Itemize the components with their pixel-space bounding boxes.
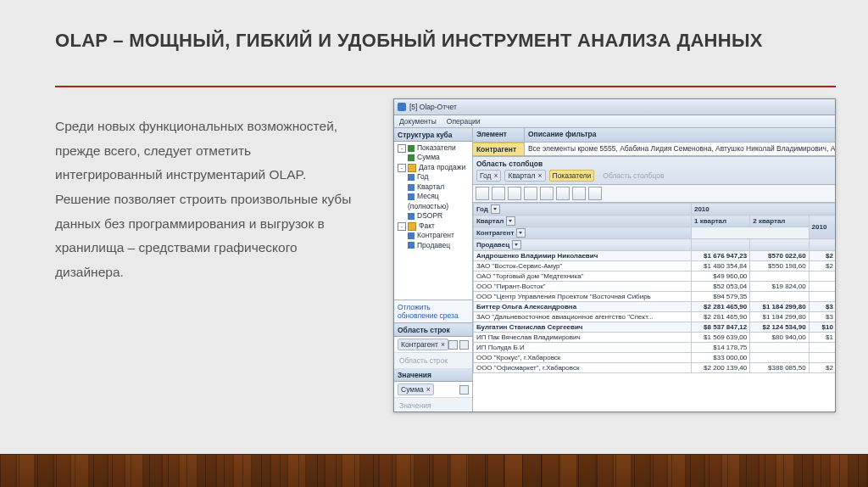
cell-2010: $64 000,00 — [809, 353, 836, 363]
cell-q2: $80 940,00 — [750, 333, 809, 343]
cell-q1: $1 480 354,84 — [691, 261, 749, 271]
collapse-icon[interactable]: - — [398, 144, 406, 153]
menu-documents[interactable]: Документы — [399, 117, 437, 126]
dropdown-icon[interactable] — [506, 216, 515, 226]
cell-q2 — [750, 353, 809, 363]
cell-q2: $19 824,00 — [750, 282, 809, 292]
title-rule — [55, 86, 836, 87]
remove-icon[interactable]: × — [538, 171, 542, 180]
cell-q1: $2 281 465,90 — [691, 312, 749, 322]
cell-q2 — [750, 271, 809, 282]
cell-q1: $94 579,35 — [691, 292, 749, 302]
hdr-seller[interactable]: Продавец — [473, 239, 691, 251]
dim-icon — [408, 174, 415, 181]
cell-2010: $14 178,75 — [809, 343, 836, 353]
grid-toolbar — [473, 185, 836, 203]
cell-name: Булгатин Станислав Сергеевич — [473, 322, 691, 333]
values-area-item[interactable]: Сумма× — [394, 382, 472, 398]
cell-q1: $8 537 847,12 — [691, 322, 749, 333]
hdr-kontragent[interactable]: Контрагент — [473, 227, 691, 239]
table-row[interactable]: ЗАО "Дальневосточное авиационное агентст… — [473, 312, 836, 322]
sort-icon[interactable] — [448, 340, 458, 350]
table-row[interactable]: ООО "Крокус", г.Хабаровск$33 000,00$64 0… — [473, 353, 836, 363]
tb-btn[interactable] — [492, 187, 505, 200]
col-chip-year[interactable]: Год× — [476, 170, 502, 182]
table-row[interactable]: Андрошенко Владимир Николаевич$1 676 947… — [473, 251, 836, 261]
cell-q1: $14 178,75 — [691, 343, 749, 353]
tb-btn[interactable] — [476, 187, 489, 200]
right-pane: Элемент Описание фильтра Контрагент Все … — [473, 128, 836, 412]
col-chip-measures[interactable]: Показатели — [549, 170, 595, 182]
dim-icon — [408, 193, 415, 200]
floor-texture — [0, 454, 868, 487]
hdr-q2[interactable]: 2 квартал — [750, 216, 809, 227]
rows-area-placeholder: Область строк — [394, 353, 472, 368]
cube-tree[interactable]: -Показатели Сумма -Дата продажи Год Квар… — [394, 142, 472, 300]
menu-bar: Документы Операции — [394, 115, 835, 128]
collapse-icon[interactable]: - — [398, 164, 406, 172]
hdr-quarter[interactable]: Квартал — [473, 216, 691, 227]
cell-2010: $71 877,04 — [809, 282, 836, 292]
cell-q1: $1 569 639,00 — [691, 333, 749, 343]
remove-icon[interactable]: × — [441, 340, 445, 349]
tb-btn[interactable] — [556, 187, 570, 200]
dropdown-icon[interactable] — [516, 228, 526, 238]
filter-col-element: Элемент — [473, 128, 525, 142]
tb-btn[interactable] — [524, 187, 537, 200]
remove-icon[interactable]: × — [493, 171, 498, 180]
slide-body-text: Среди новых функциональных возможностей,… — [55, 115, 352, 285]
filter-item-kontragent[interactable]: Контрагент — [473, 143, 525, 155]
hdr-year[interactable]: Год — [473, 204, 691, 216]
cell-q1: $49 960,00 — [691, 271, 749, 282]
cell-2010: $94 579,35 — [809, 292, 836, 302]
dropdown-icon[interactable] — [491, 204, 500, 214]
measures-icon — [408, 145, 415, 152]
cell-q2: $1 184 299,80 — [750, 302, 809, 312]
options-icon[interactable] — [459, 385, 469, 395]
table-row[interactable]: ООО "Пирант-Восток"$52 053,04$19 824,00$… — [473, 282, 836, 292]
cell-q1: $33 000,00 — [691, 353, 749, 363]
collapse-icon[interactable]: - — [398, 222, 406, 231]
table-row[interactable]: ОАО "Торговый дом "Медтехника"$49 960,00… — [473, 271, 836, 282]
hdr-q1[interactable]: 1 квартал — [691, 216, 749, 227]
tb-btn[interactable] — [508, 187, 521, 200]
hdr-year-val[interactable]: 2010 — [691, 204, 836, 216]
cell-q1: $2 200 139,40 — [691, 363, 749, 373]
table-row[interactable]: Биттер Ольга Александровна$2 281 465,90$… — [473, 302, 836, 312]
menu-operations[interactable]: Операции — [447, 117, 481, 126]
cell-name: ООО "Пирант-Восток" — [473, 282, 691, 292]
cell-q2 — [750, 343, 809, 353]
cell-name: Биттер Ольга Александровна — [473, 302, 691, 312]
cell-name: ООО "Центр Управления Проектом "Восточна… — [473, 292, 691, 302]
cell-2010: $1 650 579,00 — [809, 333, 836, 343]
remove-icon[interactable]: × — [426, 385, 431, 394]
cell-q2: $388 085,50 — [750, 363, 809, 373]
filter-item-desc: Все элементы кроме 5555, Абабина Лидия С… — [525, 143, 836, 155]
tb-btn[interactable] — [572, 187, 586, 200]
cell-name: ИП Пак Вячеслав Владимирович — [473, 333, 691, 343]
tb-btn[interactable] — [540, 187, 554, 200]
folder-icon — [408, 164, 416, 172]
table-row[interactable]: ИП Пак Вячеслав Владимирович$1 569 639,0… — [473, 333, 836, 343]
app-icon — [398, 103, 406, 111]
col-chip-quarter[interactable]: Квартал× — [504, 170, 545, 182]
cell-q2: $1 184 299,80 — [750, 312, 809, 322]
cell-2010: $2 030 553,44 — [809, 261, 836, 271]
cell-q2: $570 022,60 — [750, 251, 809, 261]
table-row[interactable]: ООО "Офисмаркет", г.Хабаровск$2 200 139,… — [473, 363, 836, 373]
table-row[interactable]: ИП Полуда Б.И$14 178,75$14 178,75$14 178… — [473, 343, 836, 353]
window-title: [5] Olap-Отчет — [409, 103, 457, 111]
tb-btn[interactable] — [588, 187, 602, 200]
dropdown-icon[interactable] — [512, 240, 521, 249]
table-row[interactable]: Булгатин Станислав Сергеевич$8 537 847,1… — [473, 322, 836, 333]
cell-2010: $3 465 765,70 — [809, 312, 836, 322]
columns-area-placeholder: Область столбцов — [598, 171, 669, 180]
defer-refresh-link[interactable]: Отложить обновление среза — [394, 300, 472, 323]
cube-structure-header: Структура куба — [394, 128, 472, 142]
rows-area-item[interactable]: Контрагент× — [394, 337, 472, 353]
pivot-grid[interactable]: Год 2010 Всего Квартал 1 квартал 2 кварт… — [473, 203, 836, 412]
options-icon[interactable] — [459, 340, 469, 350]
table-row[interactable]: ЗАО "Восток-Сервис-Амур"$1 480 354,84$55… — [473, 261, 836, 271]
table-row[interactable]: ООО "Центр Управления Проектом "Восточна… — [473, 292, 836, 302]
filter-col-desc: Описание фильтра — [525, 128, 836, 142]
